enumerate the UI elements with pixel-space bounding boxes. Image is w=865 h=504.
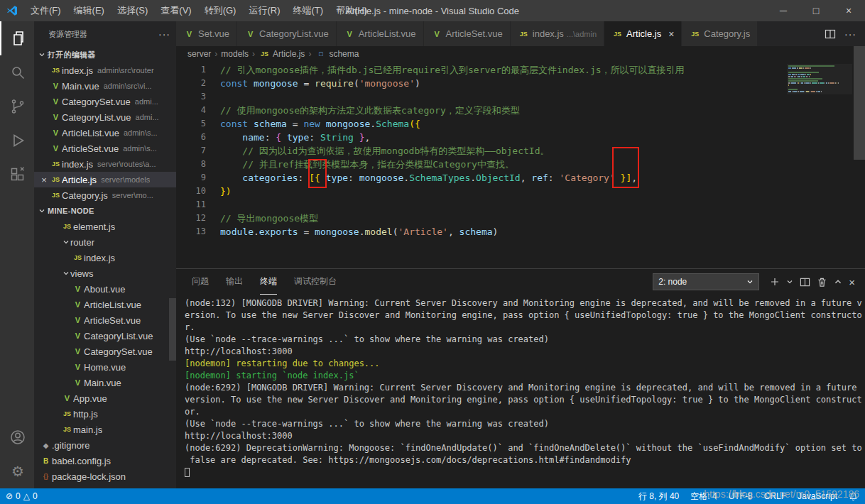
panel-tab-调试控制台[interactable]: 调试控制台 bbox=[294, 269, 337, 295]
close-icon[interactable]: × bbox=[38, 175, 50, 185]
terminal-line: (node:132) [MONGODB DRIVER] Warning: Cur… bbox=[185, 297, 864, 309]
menu-终端(T)[interactable]: 终端(T) bbox=[286, 0, 330, 21]
terminal-selector[interactable]: 2: node bbox=[653, 273, 759, 290]
line-number: 5 bbox=[176, 117, 206, 131]
code-line-10[interactable]: 10}) bbox=[176, 185, 865, 198]
source-control-icon[interactable] bbox=[0, 89, 34, 124]
code-line-7[interactable]: 7 // 因为以id为查询依据，故使用mongodb特有的类型架构——objec… bbox=[176, 144, 865, 158]
code-line-1[interactable]: 1// 引入mongoose插件，插件db.js已经用require引入到ser… bbox=[176, 63, 865, 77]
file-item-CategorySet.vue[interactable]: VCategorySet.vue bbox=[34, 344, 176, 359]
menu-文件(F)[interactable]: 文件(F) bbox=[24, 0, 67, 21]
explorer-icon[interactable] bbox=[0, 21, 34, 55]
menu-运行(R)[interactable]: 运行(R) bbox=[242, 0, 286, 21]
folder-item-router[interactable]: router bbox=[34, 234, 176, 250]
open-editor-item-ArticleSet.vue[interactable]: VArticleSet.vueadmin\s... bbox=[34, 141, 176, 156]
vscode-logo-icon[interactable] bbox=[0, 5, 24, 16]
menu-查看(V)[interactable]: 查看(V) bbox=[154, 0, 197, 21]
file-item-About.vue[interactable]: VAbout.vue bbox=[34, 281, 176, 297]
open-editor-item-Main.vue[interactable]: VMain.vueadmin\src\vi... bbox=[34, 78, 176, 94]
minimize-button[interactable]: ─ bbox=[767, 0, 800, 21]
open-editor-item-index.js[interactable]: JSindex.jsserver\routes\a... bbox=[34, 156, 176, 172]
file-item-http.js[interactable]: JShttp.js bbox=[34, 406, 176, 422]
folder-item-views[interactable]: views bbox=[34, 265, 176, 281]
code-line-8[interactable]: 8 // 并且ref挂载到类模型本身，指在分类模型Category中查找。 bbox=[176, 158, 865, 171]
tab-Set.vue[interactable]: VSet.vue bbox=[176, 21, 237, 46]
settings-gear-icon[interactable]: ⚙ bbox=[0, 454, 34, 488]
maximize-button[interactable]: □ bbox=[800, 0, 832, 21]
breadcrumb-item-Article.js[interactable]: JSArticle.js bbox=[259, 49, 305, 59]
code-line-12[interactable]: 12// 导出mongoose模型 bbox=[176, 212, 865, 225]
breadcrumb-item-models[interactable]: models bbox=[221, 49, 249, 59]
editor-scrollbar[interactable] bbox=[854, 46, 865, 160]
more-actions-icon[interactable]: ··· bbox=[158, 28, 170, 40]
file-item-CategoryList.vue[interactable]: VCategoryList.vue bbox=[34, 328, 176, 344]
panel-tab-终端[interactable]: 终端 bbox=[260, 269, 277, 295]
open-editor-item-Category.js[interactable]: JSCategory.jsserver\mo... bbox=[34, 187, 176, 203]
tab-Category.js[interactable]: JSCategory.js bbox=[682, 21, 758, 46]
code-line-3[interactable]: 3 bbox=[176, 90, 865, 104]
open-editor-item-ArticleList.vue[interactable]: VArticleList.vueadmin\s... bbox=[34, 125, 176, 141]
tab-ArticleList.vue[interactable]: VArticleList.vue bbox=[337, 21, 424, 46]
close-button[interactable]: × bbox=[832, 0, 865, 21]
terminal-dropdown-icon[interactable] bbox=[786, 278, 793, 285]
breadcrumb-item-server[interactable]: server bbox=[187, 49, 211, 59]
code-line-6[interactable]: 6 name: { type: String }, bbox=[176, 131, 865, 144]
file-item-ArticleList.vue[interactable]: VArticleList.vue bbox=[34, 297, 176, 312]
menu-编辑(E)[interactable]: 编辑(E) bbox=[67, 0, 111, 21]
file-item-index.js[interactable]: JSindex.js bbox=[34, 250, 176, 265]
search-icon[interactable] bbox=[0, 55, 34, 89]
tab-CategoryList.vue[interactable]: VCategoryList.vue bbox=[237, 21, 337, 46]
file-item-Main.vue[interactable]: VMain.vue bbox=[34, 375, 176, 390]
code-line-5[interactable]: 5const schema = new mongoose.Schema({ bbox=[176, 117, 865, 131]
cursor-position[interactable]: 行 8, 列 40 bbox=[638, 491, 679, 503]
maximize-panel-icon[interactable] bbox=[834, 278, 842, 286]
file-item-babel.config.js[interactable]: Bbabel.config.js bbox=[34, 453, 176, 469]
file-item-Home.vue[interactable]: VHome.vue bbox=[34, 359, 176, 375]
terminal-line: (Use `node --trace-warnings ...` to show… bbox=[185, 334, 864, 346]
tab-Article.js[interactable]: JSArticle.js× bbox=[604, 21, 682, 46]
code-editor[interactable]: 1// 引入mongoose插件，插件db.js已经用require引入到ser… bbox=[176, 62, 865, 268]
code-line-13[interactable]: 13module.exports = mongoose.model('Artic… bbox=[176, 225, 865, 239]
open-editor-item-CategorySet.vue[interactable]: VCategorySet.vueadmi... bbox=[34, 94, 176, 109]
account-icon[interactable] bbox=[0, 420, 34, 454]
split-terminal-icon[interactable] bbox=[800, 277, 810, 287]
new-terminal-icon[interactable] bbox=[770, 277, 780, 287]
tab-ArticleSet.vue[interactable]: VArticleSet.vue bbox=[424, 21, 511, 46]
split-editor-icon[interactable] bbox=[825, 28, 836, 40]
file-item-element.js[interactable]: JSelement.js bbox=[34, 219, 176, 234]
open-editor-item-CategoryList.vue[interactable]: VCategoryList.vueadmi... bbox=[34, 109, 176, 125]
close-icon[interactable]: × bbox=[668, 28, 674, 40]
code-line-2[interactable]: 2const mongoose = require('mongoose') bbox=[176, 77, 865, 90]
kill-terminal-trash-icon[interactable] bbox=[817, 277, 827, 287]
code-line-9[interactable]: 9 categories: [{ type: mongoose.SchemaTy… bbox=[176, 171, 865, 185]
file-item-main.js[interactable]: JSmain.js bbox=[34, 422, 176, 437]
open-editors-header[interactable]: 打开的编辑器 bbox=[34, 47, 176, 62]
file-item-ArticleSet.vue[interactable]: VArticleSet.vue bbox=[34, 312, 176, 328]
terminal-output[interactable]: (node:132) [MONGODB DRIVER] Warning: Cur… bbox=[176, 295, 865, 488]
run-debug-icon[interactable] bbox=[0, 124, 34, 158]
file-item-.gitignore[interactable]: ◆.gitignore bbox=[34, 437, 176, 453]
open-editor-item-index.js[interactable]: JSindex.jsadmin\src\router bbox=[34, 62, 176, 78]
vue-file-icon: V bbox=[50, 128, 62, 137]
breadcrumb-item-schema[interactable]: □schema bbox=[315, 49, 359, 59]
panel-tab-输出[interactable]: 输出 bbox=[226, 269, 243, 295]
menu-转到(G)[interactable]: 转到(G) bbox=[198, 0, 243, 21]
tab-index.js[interactable]: JSindex.js...\admin bbox=[511, 21, 604, 46]
menu-选择(S)[interactable]: 选择(S) bbox=[111, 0, 154, 21]
problems-indicator[interactable]: ⊘0 △0 bbox=[6, 491, 38, 501]
file-item-App.vue[interactable]: VApp.vue bbox=[34, 390, 176, 406]
code-line-4[interactable]: 4// 使用mongoose的架构方法定义此数据表category，定义字段和类… bbox=[176, 104, 865, 117]
file-item-package-lock.json[interactable]: {}package-lock.json bbox=[34, 469, 176, 484]
open-editor-item-Article.js[interactable]: ×JSArticle.jsserver\models bbox=[34, 172, 176, 187]
code-line-11[interactable]: 11 bbox=[176, 198, 865, 212]
minimap[interactable] bbox=[787, 64, 852, 94]
js-file-icon: JS bbox=[61, 223, 73, 230]
more-actions-icon[interactable]: ··· bbox=[844, 28, 856, 40]
panel-tab-问题[interactable]: 问题 bbox=[192, 269, 209, 295]
extensions-icon[interactable] bbox=[0, 158, 34, 192]
workspace-header[interactable]: MINE-NODE bbox=[34, 203, 176, 219]
close-panel-icon[interactable]: × bbox=[849, 276, 855, 288]
sidebar-scrollbar[interactable] bbox=[169, 298, 176, 361]
watermark: https://blog.csdn.net/m0_51592186 bbox=[704, 488, 859, 500]
js-file-icon: JS bbox=[50, 160, 62, 168]
